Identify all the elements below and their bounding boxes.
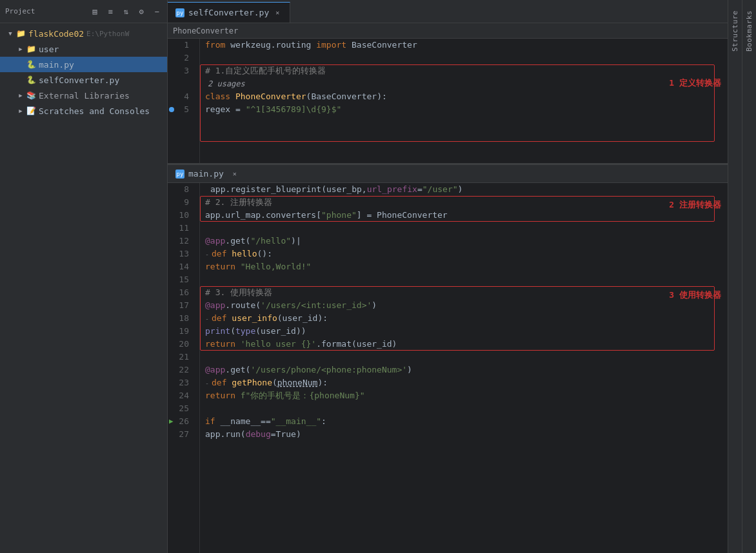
code-content-top[interactable]: from werkzeug.routing import BaseConvert… <box>200 39 728 163</box>
line-num-23: 23 <box>168 376 194 389</box>
code-line-13: -def hello(): <box>200 247 728 260</box>
bookmarks-tab[interactable]: Bookmarks <box>742 0 756 553</box>
breadcrumb: PhoneConverter <box>173 26 238 35</box>
settings-icon[interactable]: ⚙ <box>136 6 146 17</box>
line1-code: from werkzeug.routing import BaseConvert… <box>205 39 417 52</box>
code-line-14: return "Hello,World!" <box>200 260 728 273</box>
line-num-26: 26 ▶ <box>168 415 194 428</box>
line27-code: app.run(debug=True) <box>205 428 301 441</box>
run-icon: ▶ <box>169 415 174 428</box>
code-line-25 <box>200 402 728 415</box>
tab-label: selfConverter.py <box>188 8 269 17</box>
project-vtab-label: Project <box>5 7 35 15</box>
line-num-1: 1 <box>168 39 194 52</box>
structure-label[interactable]: Structure <box>730 5 741 57</box>
line24-code: return f"你的手机号是：{phoneNum}" <box>205 389 365 402</box>
sidebar-item-user[interactable]: ▶ 📁 user <box>0 41 167 57</box>
sidebar-toolbar: Project ▤ ≡ ⇅ ⚙ − <box>0 0 167 23</box>
line-numbers-bottom: 8 9 10 11 12 13 14 15 16 17 18 19 20 21 … <box>168 183 200 553</box>
code-line-2 <box>200 52 728 64</box>
code-line-usages: 2 usages <box>200 77 728 90</box>
code-editor-bottom[interactable]: 8 9 10 11 12 13 14 15 16 17 18 19 20 21 … <box>168 183 728 553</box>
arrow-right-icon: ▶ <box>15 106 26 116</box>
line-numbers-top: 1 2 3 4 5 <box>168 39 200 163</box>
tree-item-label: flaskCode02 <box>28 29 84 39</box>
arrow-right-icon: ▶ <box>15 90 26 101</box>
line-num-25: 25 <box>168 402 194 415</box>
line-num-27: 27 <box>168 428 194 441</box>
breadcrumb-bar: PhoneConverter <box>168 23 728 39</box>
collapse-icon[interactable]: ▤ <box>90 6 100 17</box>
code-line-12: @app.get("/hello")| <box>200 235 728 247</box>
minimize-icon[interactable]: − <box>152 6 162 17</box>
library-icon: 📚 <box>26 90 36 101</box>
folder-icon: 📁 <box>26 44 36 54</box>
code-content-bottom[interactable]: app.register_blueprint(user_bp,url_prefi… <box>200 183 728 553</box>
python-file-icon: 🐍 <box>26 59 36 70</box>
line-num-13: 13 <box>168 247 194 260</box>
code-line-19: print(type(user_id)) <box>200 325 728 338</box>
line-num-17: 17 <box>168 299 194 312</box>
code-line-11 <box>200 222 728 235</box>
code-line-10: app.url_map.converters["phone"] = PhoneC… <box>200 209 728 222</box>
sort-icon[interactable]: ⇅ <box>121 6 131 17</box>
sidebar-item-flaskCode02[interactable]: ▼ 📁 flaskCode02 E:\PythonW <box>0 26 167 41</box>
sidebar-item-main-py[interactable]: 🐍 main.py <box>0 57 167 72</box>
comment-3: # 1.自定义匹配手机号的转换器 <box>205 64 326 77</box>
tree-item-label: user <box>39 44 59 54</box>
line-num-20: 20 <box>168 338 194 351</box>
tab-selfconverter[interactable]: py selfConverter.py ✕ <box>168 2 290 23</box>
annotation-label-1: 1 定义转换器 <box>669 77 721 89</box>
bookmarks-label[interactable]: Bookmarks <box>744 5 755 57</box>
line-num-11: 11 <box>168 222 194 235</box>
code-line-15 <box>200 273 728 286</box>
structure-tab[interactable]: Structure <box>728 0 742 553</box>
usages-count: 2 usages <box>208 77 245 90</box>
python-file-icon: 🐍 <box>26 75 36 85</box>
line4-code: class PhoneConverter(BaseConverter): <box>205 90 387 103</box>
path-label: E:\PythonW <box>86 30 129 38</box>
line-num-16: 16 <box>168 286 194 299</box>
code-line-8: app.register_blueprint(user_bp,url_prefi… <box>200 183 728 196</box>
line-num-2: 2 <box>168 52 194 64</box>
line-num-18: 18 <box>168 312 194 325</box>
line17-code: @app.route('/users/<int:user_id>') <box>205 299 377 312</box>
sidebar-item-external-libraries[interactable]: ▶ 📚 External Libraries <box>0 88 167 103</box>
sidebar-item-selfconverter-py[interactable]: 🐍 selfConverter.py <box>0 72 167 88</box>
code-line-23: -def getPhone(phoneNum): <box>200 376 728 389</box>
tab-main-py[interactable]: py main.py ✕ <box>168 165 247 183</box>
line-num-9: 9 <box>168 196 194 209</box>
line-num-usages <box>168 77 194 90</box>
code-line-9: # 2. 注册转换器 <box>200 196 728 209</box>
line-num-4: 4 <box>168 90 194 103</box>
sidebar-item-scratches[interactable]: ▶ 📝 Scratches and Consoles <box>0 103 167 119</box>
code-line-27: app.run(debug=True) <box>200 428 728 441</box>
comment-16: # 3. 使用转换器 <box>205 286 272 299</box>
code-line-26: if __name__=="__main__": <box>200 415 728 428</box>
code-line-3: # 1.自定义匹配手机号的转换器 <box>200 64 728 77</box>
code-line-22: @app.get('/users/phone/<phone:phoneNum>'… <box>200 364 728 376</box>
line22-code: @app.get('/users/phone/<phone:phoneNum>'… <box>205 364 412 376</box>
top-editor-pane: PhoneConverter 1 2 3 4 5 <box>168 23 728 165</box>
sidebar-tree: ▼ 📁 flaskCode02 E:\PythonW ▶ 📁 user 🐍 ma… <box>0 23 167 553</box>
tab-close-main[interactable]: ✕ <box>230 170 239 179</box>
tab-close-button[interactable]: ✕ <box>273 8 282 17</box>
line23-code: -def getPhone(phoneNum): <box>205 376 328 390</box>
bottom-editor-pane: py main.py ✕ 8 9 10 11 12 13 14 15 16 1 <box>168 165 728 553</box>
line20-code: return 'hello user {}'.format(user_id) <box>205 338 397 351</box>
code-editor-top[interactable]: 1 2 3 4 5 from werkzeug.routing import B… <box>168 39 728 163</box>
bottom-pane-tab-bar: py main.py ✕ <box>168 165 728 183</box>
py-file-icon-bottom: py <box>175 170 184 179</box>
line-num-22: 22 <box>168 364 194 376</box>
line-num-12: 12 <box>168 235 194 247</box>
line-num-24: 24 <box>168 389 194 402</box>
tree-icon[interactable]: ≡ <box>105 6 115 17</box>
annotation-label-3: 3 使用转换器 <box>669 289 721 301</box>
tab-bar: py selfConverter.py ✕ <box>168 0 728 23</box>
line-num-10: 10 <box>168 209 194 222</box>
code-line-21 <box>200 351 728 364</box>
comment-9: # 2. 注册转换器 <box>205 196 272 209</box>
code-line-5: regex = "^1[3456789]\d{9}$" <box>200 103 728 116</box>
annotation-label-2: 2 注册转换器 <box>669 199 721 211</box>
code-line-18: -def user_info(user_id): <box>200 312 728 325</box>
